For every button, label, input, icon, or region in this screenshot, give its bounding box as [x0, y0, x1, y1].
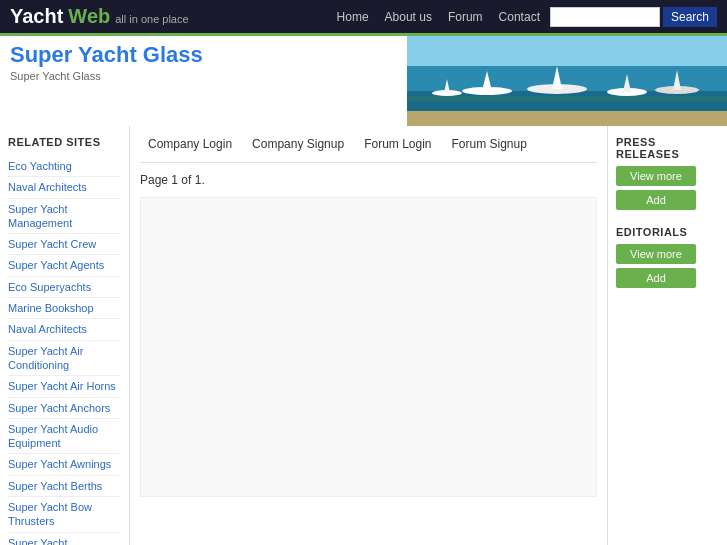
sidebar-link-eco-superyachts[interactable]: Eco Superyachts	[8, 277, 121, 298]
page-title: Super Yacht Glass	[10, 42, 397, 68]
press-releases-title: PRESS RELEASES	[616, 136, 719, 160]
subnav-company-signup[interactable]: Company Signup	[244, 134, 352, 154]
sidebar-link-super-yacht-crew[interactable]: Super Yacht Crew	[8, 234, 121, 255]
hero-block	[407, 36, 727, 126]
logo-tagline: all in one place	[115, 13, 188, 25]
sidebar-title: RELATED SITES	[8, 136, 121, 148]
search-input[interactable]	[550, 7, 660, 27]
content-area: Company Login Company Signup Forum Login…	[130, 126, 607, 545]
editorials-add[interactable]: Add	[616, 268, 696, 288]
subnav-forum-signup[interactable]: Forum Signup	[444, 134, 535, 154]
sidebar-link-brokerage[interactable]: Super Yacht Brokerage	[8, 533, 121, 545]
nav-home[interactable]: Home	[337, 10, 369, 24]
editorials-title: EDITORIALS	[616, 226, 719, 238]
sub-nav: Company Login Company Signup Forum Login…	[140, 126, 597, 163]
header: YachtWeb all in one place Home About us …	[0, 0, 727, 36]
breadcrumb: Super Yacht Glass	[10, 70, 397, 82]
sidebar-link-air-horns[interactable]: Super Yacht Air Horns	[8, 376, 121, 397]
press-releases-section: PRESS RELEASES View more Add	[616, 136, 719, 210]
svg-rect-14	[407, 96, 727, 101]
sidebar: RELATED SITES Eco Yachting Naval Archite…	[0, 126, 130, 545]
search-button[interactable]: Search	[663, 7, 717, 27]
logo-yacht: Yacht	[10, 5, 63, 28]
logo-area: YachtWeb all in one place	[10, 5, 189, 28]
sidebar-link-naval-architects-1[interactable]: Naval Architects	[8, 177, 121, 198]
hero-image	[407, 36, 727, 126]
logo-web: Web	[68, 5, 110, 28]
editorials-section: EDITORIALS View more Add	[616, 226, 719, 288]
press-releases-add[interactable]: Add	[616, 190, 696, 210]
sidebar-link-super-yacht-agents[interactable]: Super Yacht Agents	[8, 255, 121, 276]
nav-contact[interactable]: Contact	[499, 10, 540, 24]
sidebar-link-ac[interactable]: Super Yacht Air Conditioning	[8, 341, 121, 377]
sidebar-link-awnings[interactable]: Super Yacht Awnings	[8, 454, 121, 475]
main-wrapper: RELATED SITES Eco Yachting Naval Archite…	[0, 126, 727, 545]
sidebar-link-bow-thrusters[interactable]: Super Yacht Bow Thrusters	[8, 497, 121, 533]
svg-rect-3	[407, 111, 727, 126]
sidebar-link-marine-bookshop[interactable]: Marine Bookshop	[8, 298, 121, 319]
sidebar-link-anchors[interactable]: Super Yacht Anchors	[8, 398, 121, 419]
editorials-view-more[interactable]: View more	[616, 244, 696, 264]
nav-forum[interactable]: Forum	[448, 10, 483, 24]
subnav-company-login[interactable]: Company Login	[140, 134, 240, 154]
right-sidebar: PRESS RELEASES View more Add EDITORIALS …	[607, 126, 727, 545]
search-area: Search	[550, 7, 717, 27]
sidebar-link-eco-yachting[interactable]: Eco Yachting	[8, 156, 121, 177]
sidebar-link-naval-architects-2[interactable]: Naval Architects	[8, 319, 121, 340]
page-info: Page 1 of 1.	[140, 163, 597, 197]
title-hero-row: Super Yacht Glass Super Yacht Glass	[0, 36, 727, 126]
nav-links: Home About us Forum Contact	[337, 10, 540, 24]
sidebar-link-audio[interactable]: Super Yacht Audio Equipment	[8, 419, 121, 455]
sidebar-link-super-yacht-management[interactable]: Super Yacht Management	[8, 199, 121, 235]
title-block: Super Yacht Glass Super Yacht Glass	[0, 36, 407, 126]
content-main	[140, 197, 597, 497]
sidebar-link-berths[interactable]: Super Yacht Berths	[8, 476, 121, 497]
hero-svg	[407, 36, 727, 126]
nav-about[interactable]: About us	[385, 10, 432, 24]
subnav-forum-login[interactable]: Forum Login	[356, 134, 439, 154]
press-releases-view-more[interactable]: View more	[616, 166, 696, 186]
